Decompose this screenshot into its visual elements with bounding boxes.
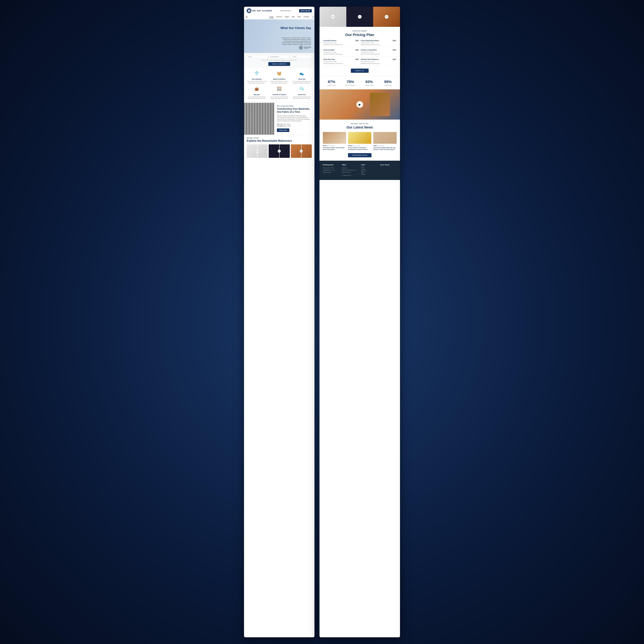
reviewer-avatar <box>299 46 303 50</box>
stat-item-1: 79% Recommendations <box>341 80 360 86</box>
footer-hours-1: Saturday 9 AM – 6 PM <box>323 169 339 171</box>
nav-blog[interactable]: Blog <box>292 16 295 18</box>
strip-handle-3[interactable]: ⟺ <box>385 15 388 19</box>
service-name-4: Curtains & Carpets <box>269 94 289 95</box>
makeovers-label: BEFORE / AFTER <box>247 138 312 139</box>
stat-label-0: Regular Clients <box>322 85 341 86</box>
ba-handle-1[interactable]: ⟺ <box>256 150 259 153</box>
service-name-0: Dry Cleaning <box>247 78 267 80</box>
news-title-1[interactable]: Mr. Dry Cleaner: Pioneering Sustainable … <box>348 147 371 150</box>
site-footer: Working Hours Mon-Fri 9 AM – 6 PM Saturd… <box>319 161 400 180</box>
nav-shop[interactable]: Shop <box>297 16 301 18</box>
footer-hours-0: Mon-Fri 9 AM – 6 PM <box>323 167 339 169</box>
form-row-1 <box>247 55 312 59</box>
footer-hours: Working Hours Mon-Fri 9 AM – 6 PM Saturd… <box>323 164 339 176</box>
nav-cart-icon[interactable]: 🛒 <box>312 16 314 18</box>
pricing-grid: Essential Cleanse $385 Turnaround Time: … <box>324 40 396 66</box>
pricing-item-3: Curtain & Carpet Bliss $385 Turnaround T… <box>361 49 396 57</box>
news-grid: TRICKS Feb 5, 2025 Tech-Driven Fabric Ca… <box>323 132 397 150</box>
nav-pages[interactable]: Pages <box>285 16 289 18</box>
hours-label: HON - FR: <box>277 124 282 125</box>
hours-saturday: 9 AM - 06 PM <box>284 125 291 127</box>
email-input[interactable] <box>269 55 290 59</box>
footer-link-shop[interactable]: Shop <box>361 172 378 173</box>
news-title-2[interactable]: Discover the Magic Behind Mr. Dry Cleane… <box>373 147 397 150</box>
business-hours: HON - FR: 9 AM - 10 PM SATURDAY: 9 AM - … <box>277 123 312 127</box>
nav-home[interactable]: Home <box>270 16 274 18</box>
ba-handle-2[interactable]: ⟺ <box>278 150 281 153</box>
service-desc-1: Diam maximus bibendum contros ante primi… <box>269 81 289 84</box>
name-input[interactable] <box>247 55 267 59</box>
stat-item-2: 93% Satisfied Clients <box>360 80 379 86</box>
footer-link-services[interactable]: Services <box>361 169 378 170</box>
stat-label-3: Complex Cases <box>379 85 397 86</box>
nav-services[interactable]: Services <box>276 16 282 18</box>
service-item-steam-iron: 🫧 Steam Iron Lorem supendisse blandit co… <box>292 87 312 99</box>
footer-link-contact[interactable]: Contact <box>361 174 378 175</box>
service-desc-2: Lorem adipiscing ullamcorper lorem fauci… <box>292 81 312 84</box>
before-after-grid: ⟺ ⟺ ⟺ <box>247 144 312 158</box>
nav-contact[interactable]: Contact <box>304 16 309 18</box>
pricing-item-5: Ultimate Fabric Elegance $385 Turnaround… <box>361 59 396 66</box>
reviewer-info: Anna Woods Nashville <box>304 46 311 49</box>
footer-address: Germany –255 5th Street, Office 6.7.8Ber… <box>342 167 358 173</box>
service-item-bag-spa: 👜 Bag Spa Lorem supendisse blandit contr… <box>247 87 267 99</box>
pricing-item-1: Luxury Bag Rejuvenation $385 Turnaround … <box>361 40 396 47</box>
news-section: RECENT ARTICLES Our Latest News TRICKS F… <box>319 120 400 161</box>
header-phone: 1 800 458 56 97 <box>280 10 291 12</box>
form-note: I agree to the user terms and privacy po… <box>247 60 312 61</box>
pricing-header-1: Luxury Bag Rejuvenation $385 <box>361 40 396 41</box>
pricing-detail-4: Turnaround Time: 2 days Standard cleanin… <box>324 61 359 64</box>
strip-handle-2[interactable]: ⟺ <box>358 15 362 19</box>
ba-handle-3[interactable]: ⟺ <box>300 150 303 153</box>
pricing-item-4: Sleek Shoe Spa $385 Turnaround Time: 2 d… <box>324 59 359 66</box>
news-title-0[interactable]: Tech-Driven Fabric Care Unveiled by Mr. … <box>323 147 346 150</box>
ba-sneaker: ⟺ <box>269 144 290 158</box>
logo-text: MR. DRY CLEANER <box>252 10 272 12</box>
strip-handle-1[interactable]: ⟺ <box>331 15 335 19</box>
pricing-detail-2: Turnaround Time: 2 days Standard cleanin… <box>324 51 359 55</box>
news-title: Our Latest News <box>323 125 397 129</box>
logo-icon: 👔 <box>247 8 251 13</box>
pricing-name-2: Fresh & Folded <box>324 49 335 51</box>
footer-link-home[interactable]: Home <box>361 167 378 168</box>
services-grid: 👕 Dry Cleaning Etiam maximus bibendum di… <box>244 68 314 103</box>
book-service-button[interactable]: BOOK A SERVICE <box>268 62 290 66</box>
service-name-3: Bag Spa <box>247 94 267 95</box>
pricing-name-5: Ultimate Fabric Elegance <box>361 59 379 60</box>
play-button[interactable]: ▶ <box>356 101 363 108</box>
service-desc-5: Lorem supendisse blandit contros ante fa… <box>292 96 312 99</box>
service-name-2: Shoe Spa <box>292 78 312 80</box>
news-img-1 <box>348 132 371 144</box>
bag-spa-icon: 👜 <box>254 87 260 93</box>
logo[interactable]: 👔 MR. DRY CLEANER <box>247 8 272 13</box>
strip-pink-sneaker: ⟺ <box>346 7 373 27</box>
pricing-header-3: Curtain & Carpet Bliss $385 <box>361 49 396 51</box>
service-item-shoe-spa: 👟 Shoe Spa Lorem adipiscing ullamcorper … <box>292 71 312 84</box>
pricing-price-2: $385 <box>355 49 359 51</box>
pricing-price-5: $385 <box>393 59 396 60</box>
stat-item-0: 87% Regular Clients <box>322 80 341 86</box>
strip-brown-bag: ⟺ <box>373 7 400 27</box>
phone-input[interactable] <box>291 55 312 59</box>
footer-phone: +1 840 641 35 69 <box>342 174 358 177</box>
book-now-button[interactable]: BOOK NOW <box>277 128 289 132</box>
service-item-dry-cleaning: 👕 Dry Cleaning Etiam maximus bibendum di… <box>247 71 267 84</box>
pricing-price-4: $385 <box>355 59 359 60</box>
news-tag-1: TRICKS Feb 6, 2025 <box>348 145 371 146</box>
pricing-detail-0: Turnaround Time: 2 days Standard cleanin… <box>324 42 359 46</box>
pricing-detail-5: Turnaround Time: 2 days Standard cleanin… <box>361 61 396 64</box>
footer-link-about[interactable]: About Us <box>361 170 378 172</box>
service-name-1: Wash & Fold/Iron <box>269 78 289 80</box>
view-more-posts-button[interactable]: VIEW MORE POSTS <box>348 153 371 157</box>
stat-number-0: 87% <box>322 80 341 84</box>
pricing-price-0: $385 <box>355 40 359 41</box>
pricing-header-2: Fresh & Folded $385 <box>324 49 359 51</box>
book-online-button[interactable]: BOOK ONLINE <box>299 9 312 12</box>
footer-links-title: Links <box>361 164 378 166</box>
hamburger-icon[interactable]: ☰ <box>244 16 248 18</box>
about-image <box>244 103 274 135</box>
wash-fold-icon: 🧺 <box>276 71 282 77</box>
service-item-curtains: 🪟 Curtains & Carpets Lorem supendisse bl… <box>269 87 289 99</box>
about-us-button[interactable]: ABOUT US <box>351 69 369 73</box>
